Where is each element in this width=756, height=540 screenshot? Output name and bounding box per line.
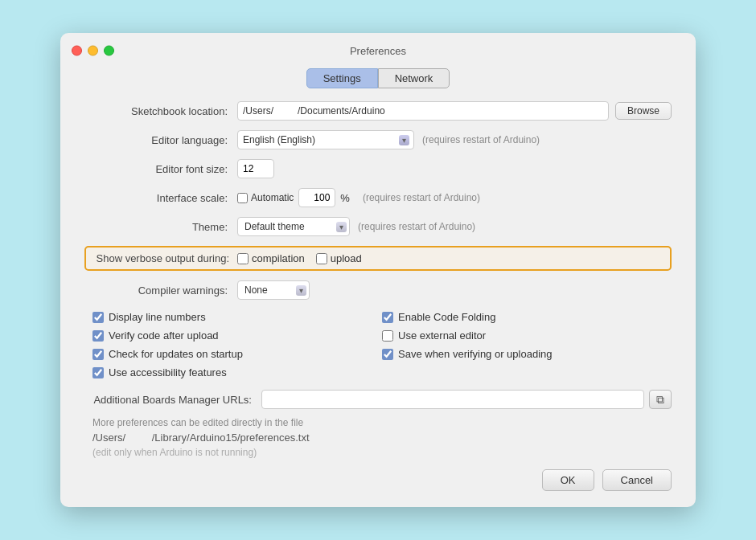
minimize-button[interactable] (88, 46, 98, 56)
use-accessibility-item[interactable]: Use accessibility features (92, 366, 382, 378)
verify-code-item[interactable]: Verify code after upload (92, 329, 382, 342)
interface-scale-controls: Automatic % (requires restart of Arduino… (237, 188, 480, 207)
compiler-warnings-row: Compiler warnings: None Default More All… (84, 280, 672, 300)
tab-settings[interactable]: Settings (306, 68, 378, 88)
checkboxes-area: Display line numbers Enable Code Folding… (92, 311, 672, 378)
enable-code-folding-checkbox[interactable] (382, 312, 393, 323)
save-when-verifying-label: Save when verifying or uploading (398, 348, 553, 360)
sketchbook-label: Sketchbook location: (84, 105, 237, 117)
compilation-label[interactable]: compilation (237, 252, 305, 264)
theme-select[interactable]: Default theme (237, 217, 350, 236)
compiler-warnings-label: Compiler warnings: (84, 284, 237, 297)
maximize-button[interactable] (104, 46, 114, 56)
save-when-verifying-checkbox[interactable] (382, 349, 393, 360)
compilation-checkbox[interactable] (237, 253, 249, 264)
save-when-verifying-item[interactable]: Save when verifying or uploading (382, 348, 672, 360)
verify-code-checkbox[interactable] (92, 330, 104, 342)
theme-label: Theme: (84, 221, 237, 233)
warnings-select-wrapper: None Default More All ▾ (237, 280, 310, 300)
verify-code-label: Verify code after upload (109, 329, 219, 342)
bottom-buttons: OK Cancel (60, 469, 696, 491)
prefs-note: (edit only when Arduino is not running) (92, 447, 672, 458)
copy-icon: ⧉ (656, 393, 664, 407)
upload-checkbox[interactable] (316, 253, 327, 264)
interface-scale-hint: (requires restart of Arduino) (363, 192, 480, 203)
close-button[interactable] (72, 46, 82, 56)
boards-manager-input[interactable] (261, 390, 644, 409)
use-external-editor-label: Use external editor (398, 329, 486, 342)
automatic-label[interactable]: Automatic (237, 192, 294, 203)
editor-language-select[interactable]: English (English) (237, 130, 414, 149)
automatic-checkbox[interactable] (237, 193, 248, 203)
scale-value-input[interactable] (298, 188, 335, 207)
use-external-editor-item[interactable]: Use external editor (382, 329, 672, 342)
scale-percent: % (340, 192, 350, 204)
editor-language-hint: (requires restart of Arduino) (422, 134, 540, 145)
tab-network[interactable]: Network (378, 68, 450, 88)
use-accessibility-label: Use accessibility features (109, 366, 227, 378)
use-external-editor-checkbox[interactable] (382, 330, 393, 342)
boards-manager-label: Additional Boards Manager URLs: (84, 394, 261, 406)
browse-button[interactable]: Browse (615, 102, 672, 120)
verbose-label: Show verbose output during: (94, 252, 237, 264)
editor-language-row: Editor language: English (English) ▾ (re… (84, 130, 672, 149)
prefs-path: /Users/ /Library/Arduino15/preferences.t… (92, 432, 672, 444)
copy-button[interactable]: ⧉ (649, 390, 672, 409)
tab-bar: Settings Network (60, 68, 696, 88)
verbose-row: Show verbose output during: compilation … (84, 246, 672, 271)
interface-scale-label: Interface scale: (84, 192, 237, 204)
theme-row: Theme: Default theme ▾ (requires restart… (84, 217, 672, 236)
prefs-hint: More preferences can be edited directly … (92, 417, 672, 428)
ok-button[interactable]: OK (542, 469, 594, 491)
sketchbook-input[interactable] (237, 101, 609, 121)
theme-select-wrapper: Default theme ▾ (237, 217, 350, 236)
enable-code-folding-label: Enable Code Folding (398, 311, 495, 323)
traffic-lights (72, 46, 114, 56)
upload-label[interactable]: upload (316, 252, 362, 264)
titlebar: Preferences (60, 33, 696, 68)
automatic-text: Automatic (251, 192, 294, 203)
editor-font-input[interactable] (237, 159, 274, 178)
display-line-numbers-label: Display line numbers (109, 311, 206, 323)
editor-language-select-wrapper: English (English) ▾ (237, 130, 414, 149)
verbose-options: compilation upload (237, 252, 362, 264)
compilation-text: compilation (252, 252, 305, 264)
theme-hint: (requires restart of Arduino) (358, 221, 475, 232)
cancel-button[interactable]: Cancel (602, 469, 672, 491)
window-title: Preferences (350, 45, 406, 57)
check-updates-item[interactable]: Check for updates on startup (92, 348, 382, 360)
preferences-window: Preferences Settings Network Sketchbook … (60, 33, 696, 507)
display-line-numbers-checkbox[interactable] (92, 312, 104, 323)
use-accessibility-checkbox[interactable] (92, 367, 104, 378)
display-line-numbers-item[interactable]: Display line numbers (92, 311, 382, 323)
check-updates-checkbox[interactable] (92, 349, 104, 360)
editor-font-row: Editor font size: (84, 159, 672, 178)
settings-content: Sketchbook location: Browse Editor langu… (60, 101, 696, 458)
compiler-warnings-select[interactable]: None Default More All (237, 280, 310, 300)
upload-text: upload (331, 252, 362, 264)
check-updates-label: Check for updates on startup (109, 348, 243, 360)
editor-font-label: Editor font size: (84, 163, 237, 175)
interface-scale-row: Interface scale: Automatic % (requires r… (84, 188, 672, 207)
sketchbook-row: Sketchbook location: Browse (84, 101, 672, 121)
editor-language-label: Editor language: (84, 134, 237, 146)
boards-manager-row: Additional Boards Manager URLs: ⧉ (84, 390, 672, 409)
enable-code-folding-item[interactable]: Enable Code Folding (382, 311, 672, 323)
